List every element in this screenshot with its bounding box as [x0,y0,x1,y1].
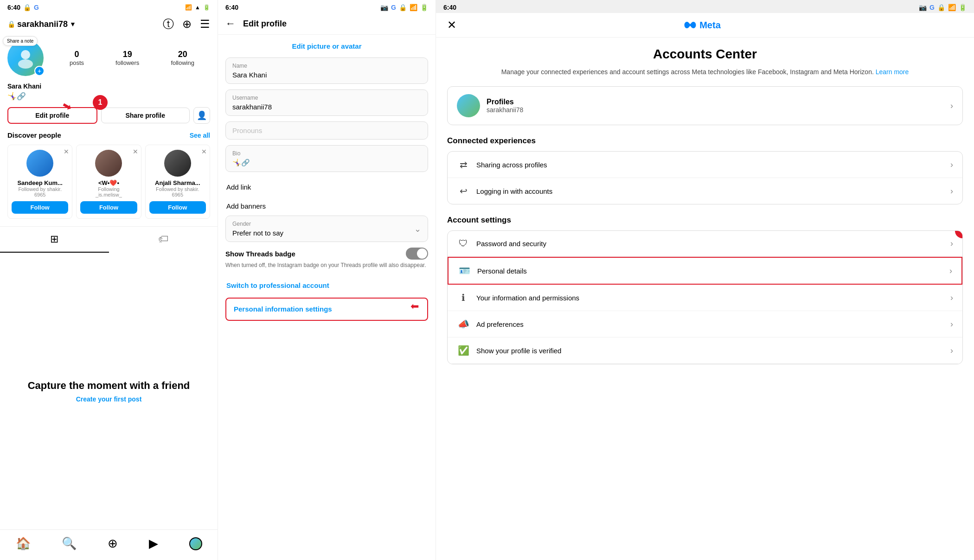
accounts-desc-text: Manage your connected experiences and ac… [501,68,874,76]
threads-badge-toggle[interactable] [406,248,428,260]
profile-header-icons: ⓣ ⊕ ☰ [163,17,210,32]
follow-button-2[interactable]: Follow [80,201,137,214]
annotation-badge-1: 1 [93,95,108,110]
personal-details-label: Personal details [477,267,527,275]
avatar-area: Share a note + [7,40,45,76]
tab-grid[interactable]: ⊞ [0,227,109,253]
status-bar-left: 6:40 🔒 G [7,4,39,11]
username-field[interactable]: Username sarakhanii78 [225,89,428,116]
dropdown-icon[interactable]: ▼ [70,20,76,28]
tabs-bar: ⊞ 🏷 [0,226,218,253]
bio-field[interactable]: Bio 🤸‍♀️🔗 [225,145,428,172]
menu-button[interactable]: ☰ [200,18,210,31]
discover-cards: ✕ Sandeep Kum... Followed by shakir.6965… [7,145,210,219]
sharing-profiles-item[interactable]: ⇄ Sharing across profiles › [448,152,962,178]
following-label: following [171,59,194,66]
personal-info-text: Personal information settings [234,305,332,313]
account-settings-card: 🛡 Password and security › 🪪 Personal det… [447,230,963,364]
stat-followers: 19 followers [115,50,139,66]
add-link[interactable]: Add link [225,178,428,197]
learn-more-link[interactable]: Learn more [876,68,909,76]
share-note-text: Share a note [7,38,33,44]
add-content-button[interactable]: ⊕ [182,18,192,31]
lock-icon: 🔒 [23,4,31,11]
accounts-google-icon: G [929,4,935,11]
edit-title: Edit profile [243,19,287,29]
profile-info: Share a note + 0 posts 19 followers 20 f [0,35,218,81]
profile-header: 🔒 sarakhanii78 ▼ ⓣ ⊕ ☰ [0,13,218,35]
nav-home-icon[interactable]: 🏠 [16,536,31,551]
follow-label-2: Follow [99,204,118,211]
accounts-top-bar: ✕ Meta [436,13,974,38]
name-field[interactable]: Name Sara Khani [225,57,428,84]
name-value: Sara Khani [232,71,421,79]
logging-accounts-item[interactable]: ↩ Logging in with accounts › [448,178,962,204]
card-avatar-1 [26,150,53,177]
switch-pro-link[interactable]: Switch to professional account [225,275,428,294]
discover-section: Discover people See all ✕ Sandeep Kum...… [0,127,218,222]
password-chevron-icon: › [950,239,953,248]
accounts-time-display: 6:40 [443,4,456,11]
accounts-center-desc: Manage your connected experiences and ac… [447,67,963,77]
see-all-link[interactable]: See all [190,132,210,139]
edit-profile-button[interactable]: Edit profile [7,107,97,124]
nav-avatar[interactable] [189,537,202,550]
toggle-knob [417,248,427,259]
card-close-1[interactable]: ✕ [64,148,69,155]
threads-icon-button[interactable]: ⓣ [163,17,174,32]
show-verified-item[interactable]: ✅ Show your profile is verified › [448,337,962,364]
person-add-button[interactable]: 👤 [193,107,210,124]
nav-add-icon[interactable]: ⊕ [108,536,118,551]
password-item-left: 🛡 Password and security [457,238,546,249]
create-post-link[interactable]: Create your first post [76,395,142,403]
sharing-icon: ⇄ [457,159,470,170]
edit-picture-link[interactable]: Edit picture or avatar [218,35,436,57]
status-bar-profile: 6:40 🔒 G 📶 ▲ 🔋 [0,0,218,13]
personal-details-chevron-icon: › [949,266,952,276]
share-profile-button[interactable]: Share profile [101,108,190,123]
tab-tagged[interactable]: 🏷 [109,227,218,253]
personal-details-item[interactable]: 🪪 Personal details › [448,257,962,285]
back-button[interactable]: ← [225,18,236,30]
discover-card-3: ✕ Anjali Sharma... Followed by shakir.69… [145,145,210,219]
follow-button-1[interactable]: Follow [12,201,68,214]
password-security-item[interactable]: 🛡 Password and security › [448,231,962,257]
personal-info-settings-box[interactable]: Personal information settings [225,298,428,321]
card-close-2[interactable]: ✕ [133,148,138,155]
gender-label: Gender [232,221,283,227]
follow-button-3[interactable]: Follow [149,201,206,214]
edit-camera-icon: 📷 [380,4,388,11]
profiles-info-title: Profiles [487,98,523,106]
username-text: sarakhanii78 [17,19,68,29]
gender-field[interactable]: Gender Prefer not to say ⌄ [225,216,428,242]
pronouns-field[interactable]: Pronouns [225,121,428,140]
time-display: 6:40 [7,4,20,11]
nav-search-icon[interactable]: 🔍 [62,536,77,551]
add-banners[interactable]: Add banners [225,197,428,216]
connected-experiences-title: Connected experiences [447,136,963,146]
gender-chevron-icon: ⌄ [414,224,421,234]
id-card-icon: 🪪 [458,265,471,276]
accounts-wifi-icon: 📶 [948,4,956,11]
ad-preferences-item[interactable]: 📣 Ad preferences › [448,311,962,337]
your-info-chevron-icon: › [950,293,953,303]
panel-profile: 6:40 🔒 G 📶 ▲ 🔋 🔒 sarakhanii78 ▼ ⓣ ⊕ ☰ Sh… [0,0,218,560]
profiles-info-sub: sarakhanii78 [487,106,523,114]
wifi-icon: 📶 [185,4,192,11]
accounts-close-button[interactable]: ✕ [447,19,456,32]
person-add-icon: 👤 [197,110,207,121]
share-note-bubble[interactable]: Share a note [3,36,38,46]
card-close-3[interactable]: ✕ [201,148,207,155]
profiles-card[interactable]: Profiles sarakhanii78 › [447,86,963,125]
panel-edit: 6:40 📷 G 🔒 📶 🔋 ← Edit profile Edit pictu… [218,0,436,560]
accounts-camera-icon: 📷 [919,4,927,11]
meta-logo: Meta [684,20,721,31]
avatar-add-button[interactable]: + [34,66,45,76]
your-information-item[interactable]: ℹ Your information and permissions › [448,285,962,311]
follow-label-3: Follow [168,204,187,211]
nav-reels-icon[interactable]: ▶ [149,536,158,551]
discover-title: Discover people [7,131,61,139]
connected-experiences-section: Connected experiences ⇄ Sharing across p… [447,136,963,204]
card-avatar-2 [95,150,122,177]
name-label: Name [232,63,421,69]
